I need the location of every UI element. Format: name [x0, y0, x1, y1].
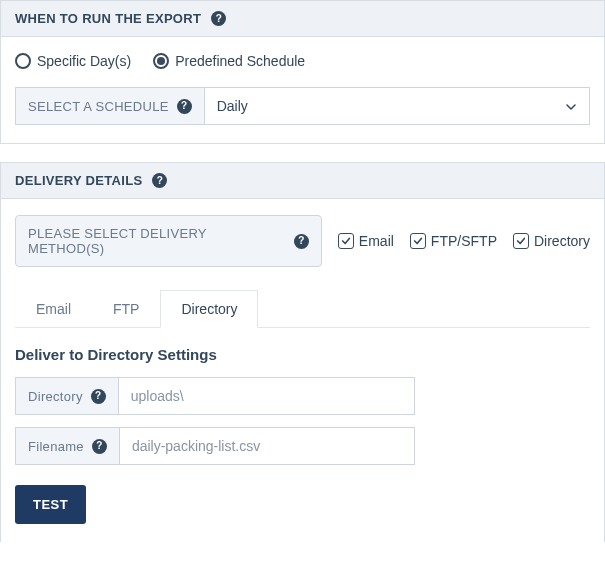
when-to-run-body: Specific Day(s) Predefined Schedule SELE… [1, 37, 604, 143]
filename-label-box: Filename ? [15, 427, 119, 465]
delivery-method-label-box: PLEASE SELECT DELIVERY METHOD(S) ? [15, 215, 322, 267]
radio-icon-unchecked [15, 53, 31, 69]
checkbox-email-label: Email [359, 233, 394, 249]
help-icon[interactable]: ? [91, 389, 106, 404]
help-icon[interactable]: ? [92, 439, 107, 454]
directory-settings-title: Deliver to Directory Settings [15, 346, 590, 363]
directory-input[interactable] [118, 377, 415, 415]
checkbox-icon [410, 233, 426, 249]
help-icon[interactable]: ? [211, 11, 226, 26]
schedule-select[interactable]: Daily [204, 87, 590, 125]
schedule-select-value: Daily [217, 98, 248, 114]
radio-icon-checked [153, 53, 169, 69]
when-to-run-title: WHEN TO RUN THE EXPORT [15, 11, 201, 26]
radio-predefined-schedule[interactable]: Predefined Schedule [153, 53, 305, 69]
test-button[interactable]: TEST [15, 485, 86, 524]
schedule-select-label-box: SELECT A SCHEDULE ? [15, 87, 204, 125]
directory-label: Directory [28, 389, 83, 404]
checkbox-ftp-label: FTP/SFTP [431, 233, 497, 249]
checkbox-directory[interactable]: Directory [513, 233, 590, 249]
help-icon[interactable]: ? [294, 234, 309, 249]
filename-input[interactable] [119, 427, 415, 465]
help-icon[interactable]: ? [177, 99, 192, 114]
radio-specific-days-label: Specific Day(s) [37, 53, 131, 69]
tab-email[interactable]: Email [15, 290, 92, 328]
delivery-details-body: PLEASE SELECT DELIVERY METHOD(S) ? Email… [1, 199, 604, 542]
directory-label-box: Directory ? [15, 377, 118, 415]
delivery-details-panel: DELIVERY DETAILS ? PLEASE SELECT DELIVER… [0, 162, 605, 542]
when-to-run-panel: WHEN TO RUN THE EXPORT ? Specific Day(s)… [0, 0, 605, 144]
directory-field-group: Directory ? [15, 377, 415, 415]
when-to-run-header: WHEN TO RUN THE EXPORT ? [1, 1, 604, 37]
radio-specific-days[interactable]: Specific Day(s) [15, 53, 131, 69]
run-schedule-radio-group: Specific Day(s) Predefined Schedule [15, 53, 590, 69]
schedule-select-group: SELECT A SCHEDULE ? Daily [15, 87, 590, 125]
checkbox-icon [513, 233, 529, 249]
checkbox-icon [338, 233, 354, 249]
delivery-method-row: PLEASE SELECT DELIVERY METHOD(S) ? Email… [15, 215, 590, 267]
tab-ftp[interactable]: FTP [92, 290, 160, 328]
delivery-details-header: DELIVERY DETAILS ? [1, 163, 604, 199]
radio-predefined-schedule-label: Predefined Schedule [175, 53, 305, 69]
checkbox-email[interactable]: Email [338, 233, 394, 249]
schedule-select-label: SELECT A SCHEDULE [28, 99, 169, 114]
checkbox-ftp[interactable]: FTP/SFTP [410, 233, 497, 249]
help-icon[interactable]: ? [152, 173, 167, 188]
delivery-details-title: DELIVERY DETAILS [15, 173, 142, 188]
chevron-down-icon [565, 100, 577, 112]
delivery-method-label: PLEASE SELECT DELIVERY METHOD(S) [28, 226, 286, 256]
filename-label: Filename [28, 439, 84, 454]
filename-field-group: Filename ? [15, 427, 415, 465]
tab-directory[interactable]: Directory [160, 290, 258, 328]
delivery-tabs: Email FTP Directory [15, 289, 590, 328]
checkbox-directory-label: Directory [534, 233, 590, 249]
